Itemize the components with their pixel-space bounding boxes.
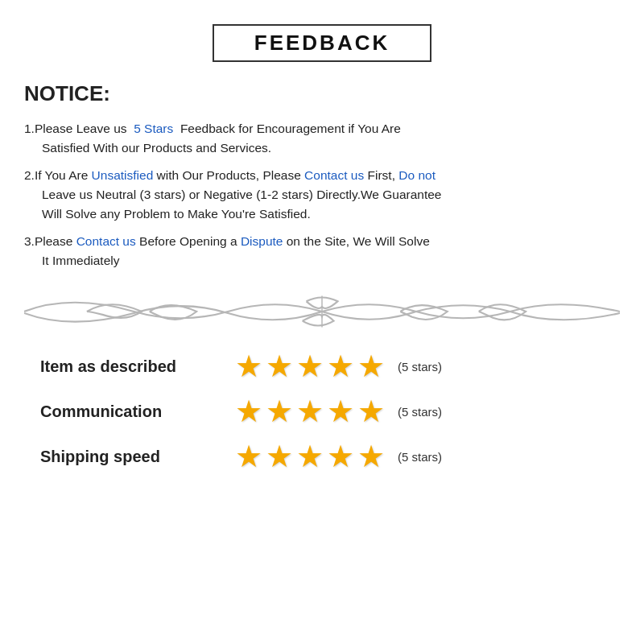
rating-label-communication: Communication bbox=[40, 402, 225, 421]
star-2: ★ bbox=[266, 351, 293, 382]
star-c1: ★ bbox=[235, 396, 262, 427]
star-s3: ★ bbox=[296, 441, 324, 472]
star-c4: ★ bbox=[327, 396, 354, 427]
star-s4: ★ bbox=[327, 441, 354, 472]
notice-item-1-text: 1.Please Leave us 5 Stars Feedback for E… bbox=[24, 122, 620, 158]
stars-item: ★ ★ ★ ★ ★ bbox=[235, 351, 385, 382]
stars-communication: ★ ★ ★ ★ ★ bbox=[235, 396, 385, 427]
ratings-section: Item as described ★ ★ ★ ★ ★ (5 stars) Co… bbox=[24, 351, 620, 472]
feedback-title: FEEDBACK bbox=[213, 24, 431, 62]
divider-svg bbox=[24, 289, 620, 333]
star-s5: ★ bbox=[357, 441, 385, 472]
notice-title: NOTICE: bbox=[24, 81, 620, 106]
notice-item-2-cont2: Will Solve any Problem to Make You're Sa… bbox=[24, 204, 620, 224]
star-c5: ★ bbox=[357, 396, 385, 427]
star-count-communication: (5 stars) bbox=[398, 405, 442, 419]
page: FEEDBACK NOTICE: 1.Please Leave us 5 Sta… bbox=[0, 0, 644, 644]
notice-list: 1.Please Leave us 5 Stars Feedback for E… bbox=[24, 119, 620, 270]
rating-row-communication: Communication ★ ★ ★ ★ ★ (5 stars) bbox=[40, 396, 620, 427]
star-c3: ★ bbox=[296, 396, 324, 427]
rating-row-shipping: Shipping speed ★ ★ ★ ★ ★ (5 stars) bbox=[40, 441, 620, 472]
rating-row-item: Item as described ★ ★ ★ ★ ★ (5 stars) bbox=[40, 351, 620, 382]
notice-item-3: 3.Please Contact us Before Opening a Dis… bbox=[24, 232, 620, 270]
notice-item-2: 2.If You Are Unsatisfied with Our Produc… bbox=[24, 166, 620, 224]
star-3: ★ bbox=[296, 351, 324, 382]
star-1: ★ bbox=[235, 351, 262, 382]
notice-item-3-text: 3.Please Contact us Before Opening a Dis… bbox=[24, 234, 620, 270]
highlight-unsatisfied: Unsatisfied bbox=[92, 168, 154, 182]
notice-item-1-cont: Satisfied With our Products and Services… bbox=[24, 138, 620, 158]
notice-item-3-cont: It Immediately bbox=[24, 251, 620, 270]
star-5: ★ bbox=[357, 351, 385, 382]
highlight-contact-us-1: Contact us bbox=[304, 168, 364, 182]
star-s2: ★ bbox=[266, 441, 293, 472]
star-4: ★ bbox=[327, 351, 354, 382]
feedback-header: FEEDBACK bbox=[24, 24, 620, 62]
notice-item-2-cont1: Leave us Neutral (3 stars) or Negative (… bbox=[24, 185, 620, 204]
highlight-contact-us-2: Contact us bbox=[76, 234, 136, 248]
rating-label-shipping: Shipping speed bbox=[40, 448, 225, 466]
star-count-item: (5 stars) bbox=[398, 360, 442, 374]
star-s1: ★ bbox=[235, 441, 262, 472]
star-c2: ★ bbox=[266, 396, 293, 427]
highlight-dispute: Dispute bbox=[241, 234, 283, 248]
notice-item-1: 1.Please Leave us 5 Stars Feedback for E… bbox=[24, 119, 620, 158]
notice-item-2-text: 2.If You Are Unsatisfied with Our Produc… bbox=[24, 168, 620, 224]
highlight-5stars: 5 Stars bbox=[134, 122, 173, 135]
stars-shipping: ★ ★ ★ ★ ★ bbox=[235, 441, 385, 472]
decorative-divider bbox=[24, 287, 620, 335]
highlight-do-not: Do not bbox=[398, 168, 436, 182]
star-count-shipping: (5 stars) bbox=[398, 450, 442, 464]
rating-label-item: Item as described bbox=[40, 357, 225, 376]
